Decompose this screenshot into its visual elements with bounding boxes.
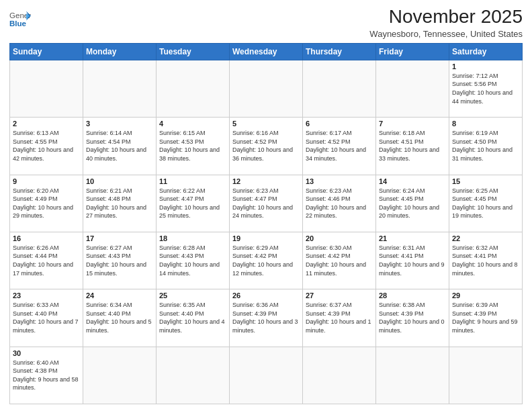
page: General Blue November 2025 Waynesboro, T… — [0, 0, 532, 411]
calendar-day — [83, 60, 157, 117]
day-info: Sunrise: 6:39 AM Sunset: 4:39 PM Dayligh… — [452, 301, 519, 334]
calendar-table: Sunday Monday Tuesday Wednesday Thursday… — [9, 43, 523, 404]
day-number: 21 — [379, 234, 446, 242]
calendar-day: 15Sunrise: 6:25 AM Sunset: 4:45 PM Dayli… — [449, 175, 523, 232]
day-number: 5 — [232, 120, 300, 128]
col-tuesday: Tuesday — [157, 43, 230, 60]
calendar-day: 24Sunrise: 6:34 AM Sunset: 4:40 PM Dayli… — [83, 289, 157, 347]
calendar-day — [376, 60, 449, 117]
calendar-day — [10, 60, 83, 117]
day-info: Sunrise: 6:15 AM Sunset: 4:53 PM Dayligh… — [159, 129, 226, 163]
subtitle: Waynesboro, Tennessee, United States — [369, 29, 523, 39]
day-info: Sunrise: 6:23 AM Sunset: 4:47 PM Dayligh… — [232, 187, 300, 220]
day-number: 15 — [452, 177, 519, 185]
calendar-day: 5Sunrise: 6:16 AM Sunset: 4:52 PM Daylig… — [230, 118, 303, 175]
calendar-day: 23Sunrise: 6:33 AM Sunset: 4:40 PM Dayli… — [10, 289, 83, 347]
calendar-day — [230, 347, 303, 404]
day-number: 26 — [232, 291, 300, 300]
day-info: Sunrise: 6:27 AM Sunset: 4:43 PM Dayligh… — [86, 244, 153, 277]
day-number: 13 — [306, 177, 373, 185]
day-info: Sunrise: 6:37 AM Sunset: 4:39 PM Dayligh… — [306, 301, 373, 334]
calendar-day — [157, 60, 230, 117]
calendar-header-row: Sunday Monday Tuesday Wednesday Thursday… — [10, 43, 523, 60]
day-info: Sunrise: 7:12 AM Sunset: 5:56 PM Dayligh… — [452, 72, 519, 105]
col-wednesday: Wednesday — [230, 43, 303, 60]
day-info: Sunrise: 6:29 AM Sunset: 4:42 PM Dayligh… — [232, 244, 300, 277]
calendar-week-2: 2Sunrise: 6:13 AM Sunset: 4:55 PM Daylig… — [10, 118, 523, 175]
day-info: Sunrise: 6:17 AM Sunset: 4:52 PM Dayligh… — [306, 129, 373, 163]
day-number: 12 — [232, 177, 300, 185]
calendar-day: 27Sunrise: 6:37 AM Sunset: 4:39 PM Dayli… — [303, 289, 376, 347]
calendar-day: 13Sunrise: 6:23 AM Sunset: 4:46 PM Dayli… — [303, 175, 376, 232]
calendar-day — [303, 60, 376, 117]
day-number: 22 — [452, 234, 519, 242]
day-info: Sunrise: 6:34 AM Sunset: 4:40 PM Dayligh… — [86, 301, 153, 334]
day-number: 14 — [379, 177, 446, 185]
calendar-day — [83, 347, 157, 404]
day-info: Sunrise: 6:22 AM Sunset: 4:47 PM Dayligh… — [159, 187, 226, 220]
calendar-day: 21Sunrise: 6:31 AM Sunset: 4:41 PM Dayli… — [376, 232, 449, 289]
day-info: Sunrise: 6:30 AM Sunset: 4:42 PM Dayligh… — [306, 244, 373, 277]
calendar-day: 26Sunrise: 6:36 AM Sunset: 4:39 PM Dayli… — [230, 289, 303, 347]
calendar-week-1: 1Sunrise: 7:12 AM Sunset: 5:56 PM Daylig… — [10, 60, 523, 117]
day-info: Sunrise: 6:18 AM Sunset: 4:51 PM Dayligh… — [379, 129, 446, 163]
day-info: Sunrise: 6:13 AM Sunset: 4:55 PM Dayligh… — [13, 129, 80, 163]
calendar-week-6: 30Sunrise: 6:40 AM Sunset: 4:38 PM Dayli… — [10, 347, 523, 404]
calendar-day: 20Sunrise: 6:30 AM Sunset: 4:42 PM Dayli… — [303, 232, 376, 289]
calendar-day: 3Sunrise: 6:14 AM Sunset: 4:54 PM Daylig… — [83, 118, 157, 175]
day-number: 27 — [306, 291, 373, 300]
col-saturday: Saturday — [449, 43, 523, 60]
day-number: 4 — [159, 120, 226, 128]
calendar-day — [230, 60, 303, 117]
logo-icon: General Blue — [9, 9, 31, 28]
day-number: 11 — [159, 177, 226, 185]
calendar-day: 14Sunrise: 6:24 AM Sunset: 4:45 PM Dayli… — [376, 175, 449, 232]
day-number: 20 — [306, 234, 373, 242]
day-number: 29 — [452, 291, 519, 300]
col-thursday: Thursday — [303, 43, 376, 60]
day-number: 19 — [232, 234, 300, 242]
day-info: Sunrise: 6:28 AM Sunset: 4:43 PM Dayligh… — [159, 244, 226, 277]
calendar-week-3: 9Sunrise: 6:20 AM Sunset: 4:49 PM Daylig… — [10, 175, 523, 232]
day-number: 28 — [379, 291, 446, 300]
day-info: Sunrise: 6:38 AM Sunset: 4:39 PM Dayligh… — [379, 301, 446, 334]
calendar-day: 25Sunrise: 6:35 AM Sunset: 4:40 PM Dayli… — [157, 289, 230, 347]
calendar-day: 2Sunrise: 6:13 AM Sunset: 4:55 PM Daylig… — [10, 118, 83, 175]
day-number: 24 — [86, 291, 153, 300]
calendar-day: 9Sunrise: 6:20 AM Sunset: 4:49 PM Daylig… — [10, 175, 83, 232]
day-info: Sunrise: 6:24 AM Sunset: 4:45 PM Dayligh… — [379, 187, 446, 220]
day-info: Sunrise: 6:36 AM Sunset: 4:39 PM Dayligh… — [232, 301, 300, 334]
day-number: 30 — [13, 349, 80, 357]
day-number: 16 — [13, 234, 80, 242]
day-info: Sunrise: 6:14 AM Sunset: 4:54 PM Dayligh… — [86, 129, 153, 163]
calendar-day: 6Sunrise: 6:17 AM Sunset: 4:52 PM Daylig… — [303, 118, 376, 175]
day-info: Sunrise: 6:32 AM Sunset: 4:41 PM Dayligh… — [452, 244, 519, 277]
calendar-day — [303, 347, 376, 404]
calendar-day: 12Sunrise: 6:23 AM Sunset: 4:47 PM Dayli… — [230, 175, 303, 232]
calendar-week-4: 16Sunrise: 6:26 AM Sunset: 4:44 PM Dayli… — [10, 232, 523, 289]
header: General Blue November 2025 Waynesboro, T… — [9, 7, 523, 39]
day-number: 25 — [159, 291, 226, 300]
calendar-day — [449, 347, 523, 404]
calendar-day: 11Sunrise: 6:22 AM Sunset: 4:47 PM Dayli… — [157, 175, 230, 232]
calendar-day — [157, 347, 230, 404]
calendar-day — [376, 347, 449, 404]
day-number: 17 — [86, 234, 153, 242]
calendar-day: 22Sunrise: 6:32 AM Sunset: 4:41 PM Dayli… — [449, 232, 523, 289]
day-number: 7 — [379, 120, 446, 128]
day-number: 8 — [452, 120, 519, 128]
day-number: 10 — [86, 177, 153, 185]
logo: General Blue — [9, 9, 31, 28]
calendar-day: 28Sunrise: 6:38 AM Sunset: 4:39 PM Dayli… — [376, 289, 449, 347]
calendar-day: 16Sunrise: 6:26 AM Sunset: 4:44 PM Dayli… — [10, 232, 83, 289]
calendar-day: 4Sunrise: 6:15 AM Sunset: 4:53 PM Daylig… — [157, 118, 230, 175]
calendar-day: 10Sunrise: 6:21 AM Sunset: 4:48 PM Dayli… — [83, 175, 157, 232]
day-number: 1 — [452, 62, 519, 71]
day-info: Sunrise: 6:33 AM Sunset: 4:40 PM Dayligh… — [13, 301, 80, 334]
title-block: November 2025 Waynesboro, Tennessee, Uni… — [369, 7, 523, 39]
calendar-day: 8Sunrise: 6:19 AM Sunset: 4:50 PM Daylig… — [449, 118, 523, 175]
day-info: Sunrise: 6:40 AM Sunset: 4:38 PM Dayligh… — [13, 359, 80, 392]
day-number: 23 — [13, 291, 80, 300]
day-info: Sunrise: 6:16 AM Sunset: 4:52 PM Dayligh… — [232, 129, 300, 163]
col-friday: Friday — [376, 43, 449, 60]
